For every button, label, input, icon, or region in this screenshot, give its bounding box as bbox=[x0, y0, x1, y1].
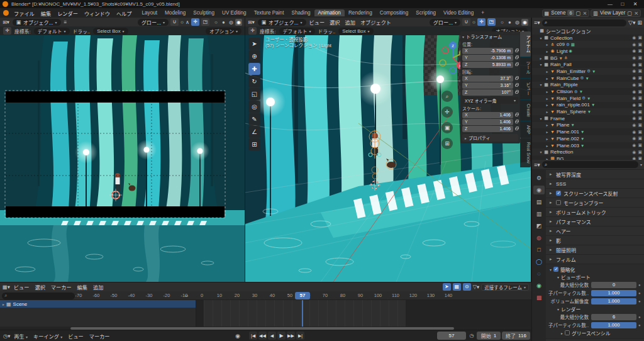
simplify-viewport-header[interactable]: ▾ ビューポート bbox=[546, 273, 644, 281]
shading-rendered-icon[interactable]: ◉ bbox=[521, 19, 528, 26]
disable-render-icon[interactable]: ▣ bbox=[638, 130, 642, 135]
hamburger-icon[interactable]: ≡ bbox=[64, 20, 67, 25]
tool-button[interactable]: ◱ bbox=[248, 88, 260, 100]
expand-arrow-icon[interactable]: ▸ bbox=[545, 143, 550, 148]
menu-item[interactable]: ウィンドウ bbox=[81, 9, 113, 17]
value-field[interactable]: 1.000 bbox=[591, 322, 636, 328]
mode-dropdown[interactable]: ▣オブジェク...▾ bbox=[258, 19, 306, 26]
maximize-button[interactable]: □ bbox=[616, 1, 629, 7]
snap-magnet-icon[interactable]: ∪ bbox=[462, 18, 470, 26]
outliner-item-label[interactable]: Collection bbox=[550, 35, 572, 41]
hide-eye-icon[interactable]: ◉ bbox=[632, 130, 636, 135]
hide-eye-icon[interactable]: ◉ bbox=[632, 103, 636, 108]
nla-menu-item[interactable]: ビュー bbox=[14, 283, 30, 291]
expand-arrow-icon[interactable]: ▾ bbox=[538, 36, 543, 40]
outliner-row[interactable]: ▸ ▦ BG ◉ ▣ bbox=[532, 155, 644, 160]
viewport-camera[interactable]: ⊞▾ ▣オブジェク...▾ ≡ グロー...▾ ∪ ○ ∧ ✛ ◳ ○ ● ◍ … bbox=[0, 18, 245, 282]
n-panel-tab[interactable]: ARP bbox=[520, 121, 531, 138]
tool-button[interactable]: ↻ bbox=[248, 75, 260, 87]
lock-icon[interactable] bbox=[515, 64, 518, 66]
disable-render-icon[interactable]: ▣ bbox=[638, 96, 642, 101]
disable-render-icon[interactable]: ▣ bbox=[638, 89, 642, 94]
properties-panel-header[interactable]: ▸プロパティ bbox=[462, 134, 518, 142]
filter-funnel-icon[interactable]: ▽▾ bbox=[473, 284, 479, 290]
lock-icon[interactable] bbox=[515, 57, 518, 59]
filter-icon[interactable]: ▽▾ bbox=[628, 20, 635, 26]
transport-button[interactable]: ▶| bbox=[296, 332, 304, 340]
channel-search-input[interactable]: ⌕ bbox=[2, 293, 75, 299]
hide-eye-icon[interactable]: ◉ bbox=[632, 69, 636, 74]
properties-search-input[interactable]: ⌕ bbox=[542, 161, 638, 168]
outliner-row[interactable]: ▸ ▼ Rain_Field ⚙ ▼ ◉ ▣ bbox=[532, 95, 644, 102]
expand-arrow-icon[interactable]: ▸ bbox=[545, 137, 550, 141]
hide-eye-icon[interactable]: ◉ bbox=[632, 35, 636, 40]
lock-icon[interactable] bbox=[515, 114, 518, 116]
viewport-menu-item[interactable]: ビュー bbox=[309, 18, 325, 26]
workspace-tab[interactable]: Layout bbox=[138, 9, 161, 16]
panel-header[interactable]: ▸ ヘアー bbox=[546, 226, 644, 236]
outliner-row[interactable]: ▸ ▼ rain_ripple.001 ▼ ◉ ▣ bbox=[532, 102, 644, 109]
new-scene-icon[interactable]: ▢ bbox=[576, 10, 581, 16]
nla-menu-item[interactable]: 編集 bbox=[77, 283, 87, 291]
properties-tab[interactable]: ◯ bbox=[533, 257, 545, 266]
transport-button[interactable]: ▶ bbox=[277, 332, 286, 340]
playhead[interactable] bbox=[302, 300, 303, 327]
hide-eye-icon[interactable]: ◉ bbox=[632, 123, 636, 128]
orientation-default-dropdown[interactable]: デフォルト▾ bbox=[34, 28, 70, 35]
workspace-tab[interactable]: Texture Paint bbox=[250, 9, 288, 16]
properties-options-icon[interactable]: ▾ bbox=[640, 162, 642, 167]
transport-button[interactable]: ◀◀ bbox=[258, 332, 267, 340]
hide-eye-icon[interactable]: ◉ bbox=[632, 143, 636, 148]
lock-icon[interactable] bbox=[515, 50, 518, 52]
snap-magnet-icon[interactable]: ∪ bbox=[170, 18, 179, 26]
menu-item[interactable]: ヘルプ bbox=[113, 9, 135, 17]
properties-tab[interactable]: ◍ bbox=[533, 233, 545, 242]
hide-eye-icon[interactable]: ◉ bbox=[632, 42, 636, 47]
outliner-item-label[interactable]: BG bbox=[550, 55, 558, 61]
expand-arrow-icon[interactable]: ▸ bbox=[545, 96, 550, 101]
active-tool-icon[interactable]: ✛ bbox=[248, 27, 257, 35]
tool-button[interactable]: ∠ bbox=[248, 126, 260, 138]
gizmo-toggle-icon[interactable]: ✛ bbox=[191, 18, 199, 26]
preview-range-icon[interactable]: ◷ bbox=[468, 332, 475, 340]
value-field[interactable]: 1.000 bbox=[591, 298, 636, 305]
outliner-row[interactable]: ▸ ⋔ c09 ⚙ ▦ ◉ ▣ bbox=[532, 41, 644, 48]
expand-arrow-icon[interactable]: ▾ bbox=[538, 116, 543, 121]
remove-view-layer-icon[interactable]: ✕ bbox=[634, 10, 638, 16]
disable-render-icon[interactable]: ▣ bbox=[638, 69, 642, 74]
outliner-search-input[interactable]: ⌕ bbox=[542, 20, 626, 26]
new-view-layer-icon[interactable]: ▢ bbox=[627, 10, 632, 16]
hide-eye-icon[interactable]: ◉ bbox=[632, 82, 636, 87]
transport-button[interactable]: |◀ bbox=[249, 332, 257, 340]
expand-arrow-icon[interactable]: ▸ bbox=[545, 76, 550, 81]
outliner-item-label[interactable]: Plane.003 bbox=[557, 143, 579, 148]
disable-render-icon[interactable]: ▣ bbox=[638, 109, 642, 115]
value-field[interactable]: 0 bbox=[591, 282, 636, 288]
disable-render-icon[interactable]: ▣ bbox=[638, 48, 642, 53]
lock-icon[interactable] bbox=[515, 121, 518, 123]
panel-checkbox[interactable] bbox=[556, 200, 561, 205]
orientation-default-dropdown[interactable]: デフォルト▾ bbox=[279, 28, 315, 35]
panel-header[interactable]: ▸ スクリーンスペース反射 bbox=[546, 189, 644, 198]
timeline-ruler[interactable]: ⌕ ↔ -70-60-50-40-30-20-10010203040506070… bbox=[0, 291, 531, 300]
expand-arrow-icon[interactable]: ▾ bbox=[538, 150, 543, 154]
shading-material-icon[interactable]: ◍ bbox=[228, 19, 235, 26]
outliner-row[interactable]: ▸ ◉ Light ◉ ◉ ▣ bbox=[532, 48, 644, 55]
tool-button[interactable]: ✎ bbox=[248, 113, 260, 125]
snap-mode-dropdown[interactable]: 近接するフレーム▾ bbox=[481, 284, 529, 291]
channel-row-scene[interactable]: ▸ ▦ Scene bbox=[0, 300, 196, 308]
tool-button[interactable]: ✚ bbox=[248, 63, 260, 75]
new-collection-icon[interactable]: ⊞ bbox=[637, 20, 642, 26]
location-field[interactable]: X-5.7906 m bbox=[462, 47, 518, 54]
simplify-checkbox[interactable] bbox=[553, 267, 558, 272]
auto-key-record-icon[interactable]: ◉ bbox=[235, 333, 240, 339]
nav-button[interactable]: ▣ bbox=[441, 122, 453, 133]
properties-tab[interactable]: ▥ bbox=[533, 210, 545, 218]
n-panel-tab[interactable]: ビュー bbox=[520, 79, 531, 99]
scale-field[interactable]: X1.406 bbox=[462, 111, 518, 118]
expand-arrow-icon[interactable]: ▸ bbox=[545, 69, 550, 74]
camera-view-render[interactable] bbox=[0, 35, 245, 282]
panel-header[interactable]: ▸ 間接照明 bbox=[546, 245, 644, 255]
outliner-row[interactable]: ▾ ▦ Frame ◉ ▣ bbox=[532, 115, 644, 122]
workspace-tab[interactable]: + bbox=[477, 9, 488, 16]
